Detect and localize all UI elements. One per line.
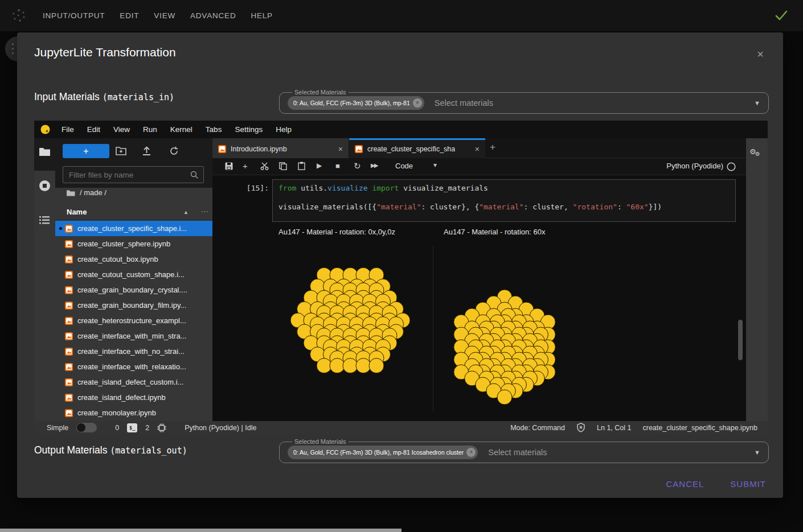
jupyter-menu-item[interactable]: Help (276, 125, 292, 134)
app-menu: INPUT/OUTPUTEDITVIEWADVANCEDHELP (43, 0, 273, 31)
table-of-contents-icon[interactable] (39, 216, 50, 225)
new-folder-icon[interactable] (116, 146, 126, 155)
bottom-window-strip (0, 529, 402, 532)
cursor-position[interactable]: Ln 1, Col 1 (597, 424, 631, 432)
file-row[interactable]: create_monolayer.ipynb (55, 405, 212, 420)
output-materials-select[interactable]: Selected Materials 0: Au, Gold, FCC (Fm-… (279, 438, 769, 463)
notebook-file-icon (65, 394, 73, 402)
output-label-left: Au147 - Material - rotation: 0x,0y,0z (278, 228, 395, 236)
notebook-file-icon (65, 302, 73, 310)
file-row[interactable]: create_grain_boundary_crystal.... (55, 282, 212, 298)
cluster-visualization (212, 138, 746, 421)
folder-icon (67, 189, 75, 196)
input-dropdown-icon[interactable]: ▼ (754, 100, 760, 106)
notebook-file-icon (65, 317, 73, 325)
jupyter-menu-item[interactable]: Run (143, 125, 157, 134)
notebook-file-icon (65, 286, 73, 294)
output-material-chip[interactable]: 0: Au, Gold, FCC (Fm-3m) 3D (Bulk), mp-8… (288, 446, 478, 459)
notebook-file-icon (65, 225, 73, 233)
kernel-status-text[interactable]: Python (Pyodide) | Idle (185, 424, 256, 432)
notebook-area: Introduction.ipynb × create_cluster_spec… (212, 138, 746, 421)
app-menu-item[interactable]: EDIT (120, 11, 139, 20)
cancel-button[interactable]: CANCEL (666, 479, 704, 489)
notebook-file-icon (65, 271, 73, 279)
chip-delete-icon[interactable]: × (466, 448, 476, 457)
jupyterlite-dialog: JupyterLite Transformation × Input Mater… (17, 32, 783, 498)
terminals-count[interactable]: 0 (115, 424, 119, 432)
file-row[interactable]: create_cluster_specific_shape.i... (55, 221, 212, 236)
jupyter-body: + (34, 138, 768, 421)
jupyter-menu-item[interactable]: Settings (235, 125, 263, 134)
notebook-file-icon (65, 255, 73, 263)
kernel-chip-icon (157, 423, 166, 432)
command-mode-indicator[interactable]: Mode: Command (510, 424, 565, 432)
settings-gears-icon[interactable]: ⚙⚙ (749, 146, 764, 156)
app-logo-icon (11, 8, 26, 23)
simple-mode-toggle[interactable] (76, 423, 97, 432)
output-dropdown-icon[interactable]: ▼ (754, 449, 760, 456)
jupyter-menu-item[interactable]: File (62, 125, 74, 134)
file-row[interactable]: create_island_defect_custom.i... (55, 374, 212, 390)
sort-ascending-icon: ▲ (183, 209, 189, 215)
dialog-close-icon[interactable]: × (757, 48, 764, 60)
kernels-count[interactable]: 2 (145, 424, 149, 432)
running-dot (59, 227, 62, 230)
file-row[interactable]: create_cutout_custom_shape.i... (55, 267, 212, 282)
app-bar: INPUT/OUTPUTEDITVIEWADVANCEDHELP (0, 0, 803, 31)
terminal-icon[interactable]: $_ (127, 423, 137, 432)
file-row[interactable]: create_interface_with_min_stra... (55, 328, 212, 344)
input-select-placeholder[interactable]: Select materials (435, 98, 754, 108)
app-menu-item[interactable]: INPUT/OUTPUT (43, 11, 105, 20)
file-row[interactable]: create_cutout_box.ipynb (55, 251, 212, 267)
jupyter-menubar: FileEditViewRunKernelTabsSettingsHelp (34, 121, 768, 138)
toggle-knob (77, 423, 85, 432)
app-menu-item[interactable]: VIEW (154, 11, 175, 20)
filter-files-input[interactable] (69, 167, 183, 183)
notebook-file-icon (65, 409, 73, 417)
file-row[interactable]: create_island_defect.ipynb (55, 390, 212, 405)
file-row[interactable]: create_interface_with_no_strai... (55, 344, 212, 359)
input-material-chip[interactable]: 0: Au, Gold, FCC (Fm-3m) 3D (Bulk), mp-8… (288, 96, 424, 110)
activity-bar (34, 138, 55, 421)
dialog-right-strip: ⚙⚙ (746, 138, 768, 421)
app-menu-item[interactable]: HELP (251, 11, 272, 20)
search-icon (190, 171, 199, 179)
app-menu-item[interactable]: ADVANCED (190, 11, 236, 20)
running-kernels-icon[interactable] (39, 180, 51, 192)
jupyter-menu-item[interactable]: Kernel (170, 125, 192, 134)
notebook-file-icon (65, 332, 73, 340)
file-list: create_cluster_specific_shape.i... creat… (55, 221, 212, 420)
header-ellipsis-icon[interactable]: ⋯ (201, 207, 208, 216)
statusbar-filename: create_cluster_specific_shape.ipynb (642, 424, 757, 432)
output-select-placeholder[interactable]: Select materials (488, 448, 754, 457)
jupyter-menu-item[interactable]: Tabs (206, 125, 222, 134)
apply-check-icon[interactable] (775, 9, 788, 22)
jupyter-menu-item[interactable]: Edit (87, 125, 100, 134)
notebook-file-icon (65, 378, 73, 386)
jupyter-widget: FileEditViewRunKernelTabsSettingsHelp (34, 121, 768, 434)
output-fieldset-label: Selected Materials (292, 438, 349, 445)
trust-shield-icon (576, 423, 585, 432)
file-row[interactable]: create_heterostructure_exampl... (55, 313, 212, 328)
new-launcher-button[interactable]: + (63, 144, 109, 158)
notebook-scrollbar-thumb[interactable] (738, 320, 743, 360)
file-row[interactable]: create_cluster_sphere.ipynb (55, 236, 212, 251)
file-row[interactable]: create_grain_boundary_film.ipy... (55, 298, 212, 313)
file-browser-panel: + (55, 138, 212, 421)
output-label-right: Au147 - Material - rotation: 60x (444, 228, 545, 236)
submit-button[interactable]: SUBMIT (730, 479, 766, 489)
file-browser-icon[interactable] (39, 147, 51, 156)
simple-mode-label: Simple (47, 424, 68, 432)
file-row[interactable]: create_interface_with_relaxatio... (55, 359, 212, 374)
file-list-header[interactable]: Name ▲ ⋯ (55, 205, 212, 220)
jupyter-menu-item[interactable]: View (113, 125, 130, 134)
breadcrumb[interactable]: / made / (67, 188, 106, 197)
notebook-file-icon (65, 363, 73, 371)
input-materials-select[interactable]: Selected Materials 0: Au, Gold, FCC (Fm-… (279, 89, 769, 114)
chip-delete-icon[interactable]: × (413, 98, 422, 108)
filter-files-box (63, 166, 204, 183)
output-materials-label: Output Materials (materials_out) (34, 444, 187, 456)
output-divider (433, 246, 433, 411)
upload-icon[interactable] (142, 146, 151, 155)
refresh-icon[interactable] (169, 146, 179, 156)
